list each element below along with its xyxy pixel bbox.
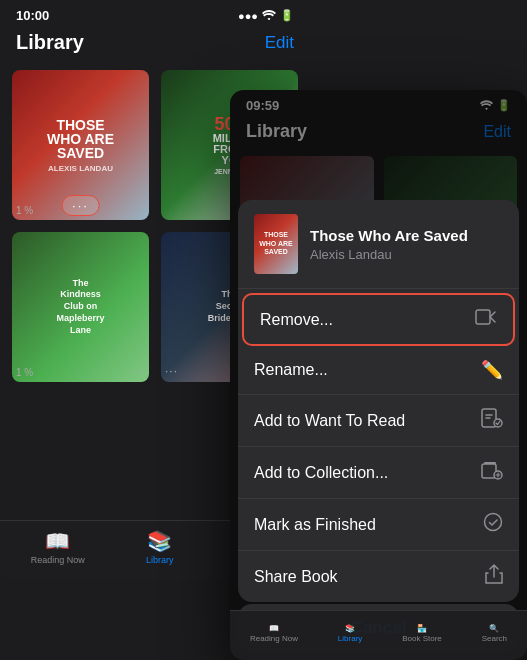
back-book-3-dots[interactable]: ··· (132, 364, 145, 378)
back-book-3-percent: 1 % (16, 367, 33, 378)
back-tab-reading-label: Reading Now (31, 555, 85, 565)
back-book-3[interactable]: The Kindness Club on Mapleberry Lane 1 %… (12, 232, 149, 382)
context-item-rename[interactable]: Rename... ✏️ (238, 346, 519, 395)
finished-icon (483, 512, 503, 537)
context-book-author: Alexis Landau (310, 247, 468, 262)
collection-label: Add to Collection... (254, 464, 481, 482)
back-tab-reading[interactable]: 📖 Reading Now (31, 529, 85, 565)
front-library-label: Library (338, 634, 362, 643)
want-to-read-icon (481, 408, 503, 433)
back-cover-3: The Kindness Club on Mapleberry Lane (12, 232, 149, 382)
context-book-title: Those Who Are Saved (310, 227, 468, 245)
context-book-info: Those Who Are Saved Alexis Landau (310, 227, 468, 262)
context-item-finished[interactable]: Mark as Finished (238, 499, 519, 551)
back-tab-library[interactable]: 📚 Library (146, 529, 174, 565)
want-to-read-label: Add to Want To Read (254, 412, 481, 430)
back-book-1-dots[interactable]: ··· (61, 195, 100, 216)
context-menu: THOSE WHO ARE SAVED Those Who Are Saved … (238, 200, 519, 602)
back-nav-bar: Library Edit (0, 27, 310, 62)
back-nav-title: Library (16, 31, 84, 54)
signal-icon: ●●● (238, 10, 258, 22)
front-search-icon: 🔍 (489, 624, 499, 633)
back-status-icons: ●●● 🔋 (238, 9, 294, 22)
share-icon (485, 564, 503, 589)
front-search-label: Search (482, 634, 507, 643)
front-store-label: Book Store (402, 634, 442, 643)
front-tab-reading[interactable]: 📖 Reading Now (250, 624, 298, 643)
context-item-share[interactable]: Share Book (238, 551, 519, 602)
context-book-header: THOSE WHO ARE SAVED Those Who Are Saved … (238, 200, 519, 289)
back-edit-button[interactable]: Edit (265, 33, 294, 53)
share-label: Share Book (254, 568, 485, 586)
foreground-screen: 09:59 🔋 Library Edit THOSE WHO ARE SAVED (230, 90, 527, 660)
back-book-1-percent: 1 % (16, 205, 33, 216)
svg-rect-0 (476, 310, 490, 324)
front-library-icon: 📚 (345, 624, 355, 633)
back-time: 10:00 (16, 8, 49, 23)
front-reading-label: Reading Now (250, 634, 298, 643)
front-store-icon: 🏪 (417, 624, 427, 633)
reading-now-icon: 📖 (45, 529, 70, 553)
remove-label: Remove... (260, 311, 475, 329)
finished-label: Mark as Finished (254, 516, 483, 534)
battery-icon: 🔋 (280, 9, 294, 22)
collection-icon (481, 460, 503, 485)
back-status-bar: 10:00 ●●● 🔋 (0, 0, 310, 27)
back-book-1[interactable]: THOSE WHO ARE SAVED ALEXIS LANDAU 1 % ··… (12, 70, 149, 220)
front-tab-search[interactable]: 🔍 Search (482, 624, 507, 643)
front-tab-bar: 📖 Reading Now 📚 Library 🏪 Book Store 🔍 S… (230, 610, 527, 660)
front-tab-store[interactable]: 🏪 Book Store (402, 624, 442, 643)
front-reading-icon: 📖 (269, 624, 279, 633)
svg-point-6 (485, 514, 502, 531)
context-item-remove[interactable]: Remove... (244, 295, 513, 344)
svg-rect-4 (484, 462, 496, 464)
rename-label: Rename... (254, 361, 481, 379)
context-item-remove-highlighted[interactable]: Remove... (242, 293, 515, 346)
rename-icon: ✏️ (481, 359, 503, 381)
context-item-want-to-read[interactable]: Add to Want To Read (238, 395, 519, 447)
wifi-icon (262, 10, 276, 22)
context-item-collection[interactable]: Add to Collection... (238, 447, 519, 499)
front-tab-library[interactable]: 📚 Library (338, 624, 362, 643)
context-book-cover: THOSE WHO ARE SAVED (254, 214, 298, 274)
library-icon: 📚 (147, 529, 172, 553)
back-book-4-dots[interactable]: ··· (165, 364, 178, 378)
remove-icon (475, 308, 497, 331)
back-tab-library-label: Library (146, 555, 174, 565)
